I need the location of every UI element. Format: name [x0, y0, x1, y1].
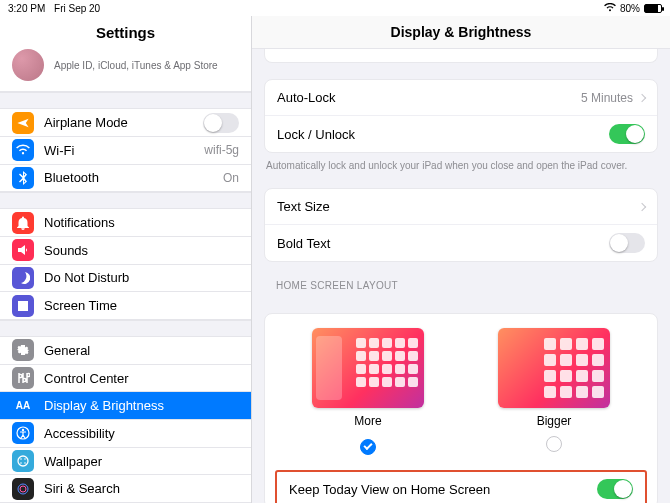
svg-point-8	[20, 486, 26, 492]
highlighted-row: Keep Today View on Home Screen	[275, 470, 647, 503]
lockunlock-toggle[interactable]	[609, 124, 645, 144]
card-lock: Auto-Lock 5 Minutes Lock / Unlock	[264, 79, 658, 153]
row-textsize[interactable]: Text Size	[265, 189, 657, 225]
radio-bigger[interactable]	[546, 436, 562, 452]
card-layout: More Bigger Keep Today View on Home Scre…	[264, 313, 658, 503]
svg-point-4	[24, 458, 26, 460]
wifi-value: wifi-5g	[204, 143, 239, 157]
sounds-label: Sounds	[44, 243, 88, 258]
sidebar-item-siri[interactable]: Siri & Search	[0, 475, 251, 503]
sidebar-title: Settings	[0, 16, 251, 45]
opt-more-label: More	[312, 414, 424, 428]
status-bar: 3:20 PM Fri Sep 20 80%	[0, 0, 670, 16]
screentime-icon	[12, 295, 34, 317]
svg-point-6	[24, 462, 26, 464]
keep-today-toggle[interactable]	[597, 479, 633, 499]
opt-bigger-label: Bigger	[498, 414, 610, 428]
wifi-icon	[604, 3, 616, 14]
layout-option-bigger[interactable]: Bigger	[498, 328, 610, 456]
sidebar-item-screentime[interactable]: Screen Time	[0, 292, 251, 320]
card-text: Text Size Bold Text	[264, 188, 658, 262]
svg-point-2	[18, 456, 28, 466]
boldtext-label: Bold Text	[277, 236, 330, 251]
keep-today-label: Keep Today View on Home Screen	[289, 482, 490, 497]
sidebar-item-general[interactable]: General	[0, 337, 251, 365]
airplane-label: Airplane Mode	[44, 115, 128, 130]
row-autolock[interactable]: Auto-Lock 5 Minutes	[265, 80, 657, 116]
dnd-label: Do Not Disturb	[44, 270, 129, 285]
wifi-settings-icon	[12, 139, 34, 161]
bluetooth-value: On	[223, 171, 239, 185]
sidebar-item-notifications[interactable]: Notifications	[0, 209, 251, 237]
airplane-icon	[12, 112, 34, 134]
battery-pct: 80%	[620, 3, 640, 14]
wallpaper-icon	[12, 450, 34, 472]
row-keep-today[interactable]: Keep Today View on Home Screen	[277, 472, 645, 503]
chevron-right-icon	[638, 93, 646, 101]
dnd-icon	[12, 267, 34, 289]
battery-icon	[644, 4, 662, 13]
sidebar-item-sounds[interactable]: Sounds	[0, 237, 251, 265]
radio-more[interactable]	[360, 439, 376, 455]
group-gap	[0, 320, 251, 337]
general-label: General	[44, 343, 90, 358]
lockunlock-note: Automatically lock and unlock your iPad …	[252, 153, 670, 172]
detail-pane: Display & Brightness Auto-Lock 5 Minutes…	[252, 16, 670, 503]
lockunlock-label: Lock / Unlock	[277, 127, 355, 142]
textsize-label: Text Size	[277, 199, 330, 214]
wallpaper-label: Wallpaper	[44, 454, 102, 469]
status-time: 3:20 PM	[8, 3, 45, 14]
sidebar-item-controlcenter[interactable]: Control Center	[0, 365, 251, 393]
group-gap	[0, 92, 251, 109]
profile-row[interactable]: Apple ID, iCloud, iTunes & App Store	[0, 45, 251, 92]
siri-icon	[12, 478, 34, 500]
layout-option-more[interactable]: More	[312, 328, 424, 456]
svg-point-1	[22, 429, 24, 431]
avatar	[12, 49, 44, 81]
autolock-label: Auto-Lock	[277, 90, 336, 105]
accessibility-icon	[12, 422, 34, 444]
sidebar-item-accessibility[interactable]: Accessibility	[0, 420, 251, 448]
bluetooth-icon	[12, 167, 34, 189]
status-left: 3:20 PM Fri Sep 20	[8, 3, 106, 14]
row-lockunlock[interactable]: Lock / Unlock	[265, 116, 657, 152]
layout-header: HOME SCREEN LAYOUT	[252, 262, 670, 297]
siri-label: Siri & Search	[44, 481, 120, 496]
boldtext-toggle[interactable]	[609, 233, 645, 253]
svg-point-3	[20, 458, 22, 460]
sidebar-item-bluetooth[interactable]: Bluetooth On	[0, 165, 251, 193]
display-icon: AA	[12, 395, 34, 417]
status-date: Fri Sep 20	[54, 3, 100, 14]
prev-card-stub	[264, 49, 658, 63]
autolock-value: 5 Minutes	[581, 91, 633, 105]
status-right: 80%	[604, 3, 662, 14]
sounds-icon	[12, 239, 34, 261]
detail-title: Display & Brightness	[252, 16, 670, 49]
controlcenter-icon	[12, 367, 34, 389]
profile-subtitle: Apple ID, iCloud, iTunes & App Store	[54, 60, 218, 71]
wifi-label: Wi-Fi	[44, 143, 74, 158]
sidebar-item-wallpaper[interactable]: Wallpaper	[0, 448, 251, 476]
controlcenter-label: Control Center	[44, 371, 129, 386]
airplane-toggle[interactable]	[203, 113, 239, 133]
general-icon	[12, 339, 34, 361]
sidebar: Settings Apple ID, iCloud, iTunes & App …	[0, 16, 252, 503]
sidebar-item-display[interactable]: AA Display & Brightness	[0, 392, 251, 420]
group-gap	[0, 192, 251, 209]
bluetooth-label: Bluetooth	[44, 170, 99, 185]
display-label: Display & Brightness	[44, 398, 164, 413]
row-boldtext[interactable]: Bold Text	[265, 225, 657, 261]
sidebar-item-dnd[interactable]: Do Not Disturb	[0, 265, 251, 293]
thumb-bigger	[498, 328, 610, 408]
screentime-label: Screen Time	[44, 298, 117, 313]
sidebar-item-airplane[interactable]: Airplane Mode	[0, 109, 251, 137]
sidebar-item-wifi[interactable]: Wi-Fi wifi-5g	[0, 137, 251, 165]
accessibility-label: Accessibility	[44, 426, 115, 441]
chevron-right-icon	[638, 202, 646, 210]
notifications-label: Notifications	[44, 215, 115, 230]
notifications-icon	[12, 212, 34, 234]
svg-point-5	[20, 462, 22, 464]
layout-options: More Bigger	[265, 314, 657, 466]
thumb-more	[312, 328, 424, 408]
